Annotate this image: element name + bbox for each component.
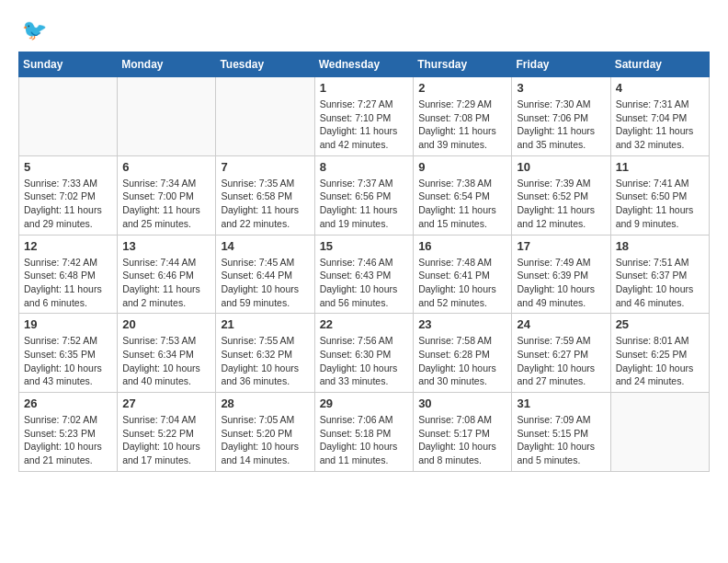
day-info: Sunrise: 7:39 AM Sunset: 6:52 PM Dayligh…	[517, 177, 605, 231]
calendar-table: SundayMondayTuesdayWednesdayThursdayFrid…	[18, 52, 710, 472]
weekday-header-row: SundayMondayTuesdayWednesdayThursdayFrid…	[19, 52, 710, 77]
day-number: 7	[221, 160, 309, 174]
calendar-cell: 9Sunrise: 7:38 AM Sunset: 6:54 PM Daylig…	[414, 155, 512, 235]
weekday-header-saturday: Saturday	[610, 52, 709, 77]
calendar-cell	[118, 77, 216, 156]
day-info: Sunrise: 7:02 AM Sunset: 5:23 PM Dayligh…	[24, 413, 112, 467]
weekday-header-wednesday: Wednesday	[314, 52, 414, 77]
day-number: 18	[616, 239, 704, 253]
day-info: Sunrise: 7:29 AM Sunset: 7:08 PM Dayligh…	[418, 98, 506, 152]
weekday-header-tuesday: Tuesday	[216, 52, 314, 77]
calendar-cell: 22Sunrise: 7:56 AM Sunset: 6:30 PM Dayli…	[314, 314, 414, 393]
calendar-cell: 15Sunrise: 7:46 AM Sunset: 6:43 PM Dayli…	[314, 235, 414, 314]
day-number: 23	[418, 317, 506, 331]
day-info: Sunrise: 7:44 AM Sunset: 6:46 PM Dayligh…	[122, 256, 210, 310]
day-number: 2	[418, 81, 506, 95]
day-info: Sunrise: 7:42 AM Sunset: 6:48 PM Dayligh…	[24, 256, 112, 310]
day-number: 28	[221, 396, 309, 410]
day-info: Sunrise: 7:49 AM Sunset: 6:39 PM Dayligh…	[517, 256, 605, 310]
day-info: Sunrise: 7:41 AM Sunset: 6:50 PM Dayligh…	[616, 177, 704, 231]
day-number: 13	[122, 239, 210, 253]
day-info: Sunrise: 7:27 AM Sunset: 7:10 PM Dayligh…	[320, 98, 409, 152]
calendar-week-2: 5Sunrise: 7:33 AM Sunset: 7:02 PM Daylig…	[19, 155, 710, 235]
weekday-header-friday: Friday	[512, 52, 610, 77]
calendar-cell: 23Sunrise: 7:58 AM Sunset: 6:28 PM Dayli…	[414, 314, 512, 393]
day-number: 29	[320, 396, 409, 410]
weekday-header-sunday: Sunday	[19, 52, 118, 77]
day-number: 9	[418, 160, 506, 174]
day-info: Sunrise: 7:52 AM Sunset: 6:35 PM Dayligh…	[24, 334, 112, 388]
calendar-cell: 20Sunrise: 7:53 AM Sunset: 6:34 PM Dayli…	[118, 314, 216, 393]
calendar-cell: 16Sunrise: 7:48 AM Sunset: 6:41 PM Dayli…	[414, 235, 512, 314]
weekday-header-monday: Monday	[118, 52, 216, 77]
calendar-cell: 2Sunrise: 7:29 AM Sunset: 7:08 PM Daylig…	[414, 77, 512, 156]
calendar-week-1: 1Sunrise: 7:27 AM Sunset: 7:10 PM Daylig…	[19, 77, 710, 156]
calendar-week-3: 12Sunrise: 7:42 AM Sunset: 6:48 PM Dayli…	[19, 235, 710, 314]
day-number: 4	[616, 81, 704, 95]
day-info: Sunrise: 7:30 AM Sunset: 7:06 PM Dayligh…	[517, 98, 605, 152]
day-info: Sunrise: 7:58 AM Sunset: 6:28 PM Dayligh…	[418, 334, 506, 388]
day-info: Sunrise: 7:37 AM Sunset: 6:56 PM Dayligh…	[320, 177, 409, 231]
calendar-cell: 14Sunrise: 7:45 AM Sunset: 6:44 PM Dayli…	[216, 235, 314, 314]
day-number: 14	[221, 239, 309, 253]
calendar-cell: 13Sunrise: 7:44 AM Sunset: 6:46 PM Dayli…	[118, 235, 216, 314]
logo-bird-icon: 🐦	[22, 18, 47, 42]
day-info: Sunrise: 7:48 AM Sunset: 6:41 PM Dayligh…	[418, 256, 506, 310]
calendar-cell: 31Sunrise: 7:09 AM Sunset: 5:15 PM Dayli…	[512, 393, 610, 472]
calendar-cell: 5Sunrise: 7:33 AM Sunset: 7:02 PM Daylig…	[19, 155, 118, 235]
day-number: 11	[616, 160, 704, 174]
calendar-cell: 18Sunrise: 7:51 AM Sunset: 6:37 PM Dayli…	[610, 235, 709, 314]
day-info: Sunrise: 7:46 AM Sunset: 6:43 PM Dayligh…	[320, 256, 409, 310]
calendar-cell: 8Sunrise: 7:37 AM Sunset: 6:56 PM Daylig…	[314, 155, 414, 235]
day-info: Sunrise: 7:04 AM Sunset: 5:22 PM Dayligh…	[122, 413, 210, 467]
day-info: Sunrise: 7:06 AM Sunset: 5:18 PM Dayligh…	[320, 413, 409, 467]
day-info: Sunrise: 7:35 AM Sunset: 6:58 PM Dayligh…	[221, 177, 309, 231]
calendar-cell: 11Sunrise: 7:41 AM Sunset: 6:50 PM Dayli…	[610, 155, 709, 235]
day-number: 5	[24, 160, 112, 174]
calendar-week-4: 19Sunrise: 7:52 AM Sunset: 6:35 PM Dayli…	[19, 314, 710, 393]
weekday-header-thursday: Thursday	[414, 52, 512, 77]
day-number: 8	[320, 160, 409, 174]
day-number: 31	[517, 396, 605, 410]
page-header: 🐦	[18, 18, 710, 42]
calendar-cell: 21Sunrise: 7:55 AM Sunset: 6:32 PM Dayli…	[216, 314, 314, 393]
calendar-cell	[610, 393, 709, 472]
day-number: 6	[122, 160, 210, 174]
day-number: 16	[418, 239, 506, 253]
calendar-cell: 6Sunrise: 7:34 AM Sunset: 7:00 PM Daylig…	[118, 155, 216, 235]
day-number: 30	[418, 396, 506, 410]
day-info: Sunrise: 7:55 AM Sunset: 6:32 PM Dayligh…	[221, 334, 309, 388]
day-number: 17	[517, 239, 605, 253]
calendar-cell: 7Sunrise: 7:35 AM Sunset: 6:58 PM Daylig…	[216, 155, 314, 235]
day-number: 26	[24, 396, 112, 410]
day-number: 20	[122, 317, 210, 331]
day-number: 10	[517, 160, 605, 174]
calendar-cell	[216, 77, 314, 156]
calendar-cell: 4Sunrise: 7:31 AM Sunset: 7:04 PM Daylig…	[610, 77, 709, 156]
day-info: Sunrise: 7:51 AM Sunset: 6:37 PM Dayligh…	[616, 256, 704, 310]
day-info: Sunrise: 7:45 AM Sunset: 6:44 PM Dayligh…	[221, 256, 309, 310]
day-info: Sunrise: 7:53 AM Sunset: 6:34 PM Dayligh…	[122, 334, 210, 388]
calendar-cell: 19Sunrise: 7:52 AM Sunset: 6:35 PM Dayli…	[19, 314, 118, 393]
calendar-cell: 24Sunrise: 7:59 AM Sunset: 6:27 PM Dayli…	[512, 314, 610, 393]
calendar-cell: 29Sunrise: 7:06 AM Sunset: 5:18 PM Dayli…	[314, 393, 414, 472]
day-number: 15	[320, 239, 409, 253]
calendar-cell: 12Sunrise: 7:42 AM Sunset: 6:48 PM Dayli…	[19, 235, 118, 314]
day-number: 19	[24, 317, 112, 331]
day-info: Sunrise: 7:09 AM Sunset: 5:15 PM Dayligh…	[517, 413, 605, 467]
day-number: 24	[517, 317, 605, 331]
day-number: 12	[24, 239, 112, 253]
calendar-cell: 26Sunrise: 7:02 AM Sunset: 5:23 PM Dayli…	[19, 393, 118, 472]
calendar-cell: 30Sunrise: 7:08 AM Sunset: 5:17 PM Dayli…	[414, 393, 512, 472]
calendar-cell: 28Sunrise: 7:05 AM Sunset: 5:20 PM Dayli…	[216, 393, 314, 472]
day-number: 22	[320, 317, 409, 331]
calendar-cell: 1Sunrise: 7:27 AM Sunset: 7:10 PM Daylig…	[314, 77, 414, 156]
day-info: Sunrise: 7:56 AM Sunset: 6:30 PM Dayligh…	[320, 334, 409, 388]
calendar-cell: 17Sunrise: 7:49 AM Sunset: 6:39 PM Dayli…	[512, 235, 610, 314]
logo: 🐦	[18, 18, 47, 42]
day-info: Sunrise: 7:33 AM Sunset: 7:02 PM Dayligh…	[24, 177, 112, 231]
calendar-cell: 25Sunrise: 8:01 AM Sunset: 6:25 PM Dayli…	[610, 314, 709, 393]
day-info: Sunrise: 7:38 AM Sunset: 6:54 PM Dayligh…	[418, 177, 506, 231]
day-number: 21	[221, 317, 309, 331]
calendar-cell: 10Sunrise: 7:39 AM Sunset: 6:52 PM Dayli…	[512, 155, 610, 235]
